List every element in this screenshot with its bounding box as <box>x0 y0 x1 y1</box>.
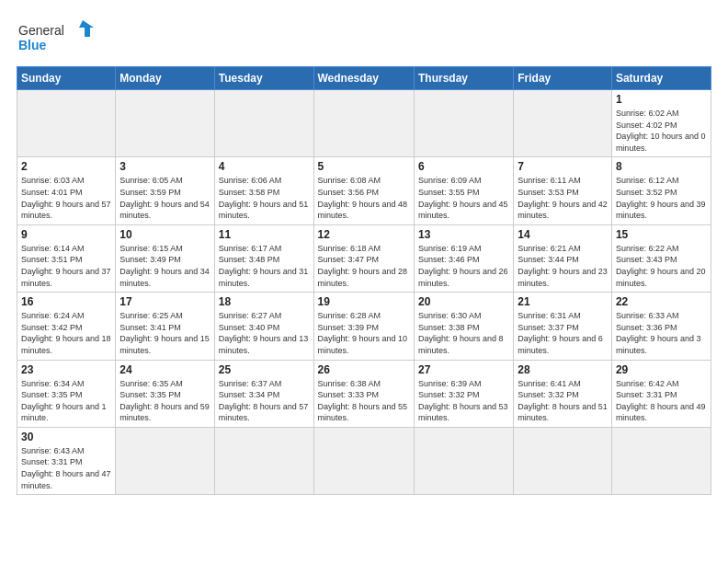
day-number: 8 <box>616 160 707 173</box>
svg-text:Blue: Blue <box>18 38 47 52</box>
weekday-header-sunday: Sunday <box>17 67 116 90</box>
weekday-header-saturday: Saturday <box>611 67 711 90</box>
day-number: 12 <box>318 228 410 241</box>
day-info: Sunrise: 6:24 AM Sunset: 3:42 PM Dayligh… <box>21 310 111 356</box>
day-number: 18 <box>219 295 310 308</box>
day-cell: 14Sunrise: 6:21 AM Sunset: 3:44 PM Dayli… <box>514 224 612 292</box>
day-info: Sunrise: 6:30 AM Sunset: 3:38 PM Dayligh… <box>418 310 509 356</box>
day-cell: 30Sunrise: 6:43 AM Sunset: 3:31 PM Dayli… <box>17 427 116 494</box>
day-cell: 13Sunrise: 6:19 AM Sunset: 3:46 PM Dayli… <box>414 224 513 292</box>
day-cell: 3Sunrise: 6:05 AM Sunset: 3:59 PM Daylig… <box>116 157 214 224</box>
day-cell: 17Sunrise: 6:25 AM Sunset: 3:41 PM Dayli… <box>116 293 214 360</box>
day-number: 15 <box>616 228 707 241</box>
day-number: 28 <box>518 363 608 376</box>
day-number: 29 <box>616 363 707 376</box>
day-info: Sunrise: 6:18 AM Sunset: 3:47 PM Dayligh… <box>318 243 410 289</box>
day-cell <box>116 90 214 157</box>
day-number: 16 <box>21 295 111 308</box>
day-info: Sunrise: 6:37 AM Sunset: 3:34 PM Dayligh… <box>219 378 310 424</box>
page: General Blue SundayMondayTuesdayWednesda… <box>0 0 728 563</box>
day-info: Sunrise: 6:15 AM Sunset: 3:49 PM Dayligh… <box>119 243 210 289</box>
day-number: 22 <box>616 295 707 308</box>
day-info: Sunrise: 6:03 AM Sunset: 4:01 PM Dayligh… <box>21 175 111 221</box>
day-cell: 10Sunrise: 6:15 AM Sunset: 3:49 PM Dayli… <box>116 224 214 292</box>
day-cell: 5Sunrise: 6:08 AM Sunset: 3:56 PM Daylig… <box>313 157 414 224</box>
day-cell: 24Sunrise: 6:35 AM Sunset: 3:35 PM Dayli… <box>116 360 214 427</box>
weekday-header-wednesday: Wednesday <box>313 67 414 90</box>
day-info: Sunrise: 6:34 AM Sunset: 3:35 PM Dayligh… <box>21 378 111 424</box>
day-cell: 27Sunrise: 6:39 AM Sunset: 3:32 PM Dayli… <box>414 360 513 427</box>
svg-marker-2 <box>79 20 94 37</box>
day-number: 7 <box>518 160 608 173</box>
day-cell: 23Sunrise: 6:34 AM Sunset: 3:35 PM Dayli… <box>17 360 116 427</box>
day-info: Sunrise: 6:22 AM Sunset: 3:43 PM Dayligh… <box>616 243 707 289</box>
day-number: 10 <box>119 228 210 241</box>
day-number: 25 <box>219 363 310 376</box>
day-cell: 15Sunrise: 6:22 AM Sunset: 3:43 PM Dayli… <box>611 224 711 292</box>
day-number: 1 <box>616 93 707 106</box>
weekday-header-tuesday: Tuesday <box>214 67 313 90</box>
day-number: 4 <box>219 160 310 173</box>
day-cell: 16Sunrise: 6:24 AM Sunset: 3:42 PM Dayli… <box>17 293 116 360</box>
day-cell: 28Sunrise: 6:41 AM Sunset: 3:32 PM Dayli… <box>514 360 612 427</box>
day-info: Sunrise: 6:42 AM Sunset: 3:31 PM Dayligh… <box>616 378 707 424</box>
day-number: 24 <box>119 363 210 376</box>
day-info: Sunrise: 6:14 AM Sunset: 3:51 PM Dayligh… <box>21 243 111 289</box>
day-info: Sunrise: 6:11 AM Sunset: 3:53 PM Dayligh… <box>518 175 608 221</box>
day-cell: 20Sunrise: 6:30 AM Sunset: 3:38 PM Dayli… <box>414 293 513 360</box>
day-cell: 21Sunrise: 6:31 AM Sunset: 3:37 PM Dayli… <box>514 293 612 360</box>
day-cell: 8Sunrise: 6:12 AM Sunset: 3:52 PM Daylig… <box>611 157 711 224</box>
day-info: Sunrise: 6:38 AM Sunset: 3:33 PM Dayligh… <box>318 378 410 424</box>
weekday-header-thursday: Thursday <box>414 67 513 90</box>
week-row-1: 1Sunrise: 6:02 AM Sunset: 4:02 PM Daylig… <box>17 90 711 157</box>
day-cell <box>116 427 214 494</box>
weekday-header-monday: Monday <box>116 67 214 90</box>
day-cell: 19Sunrise: 6:28 AM Sunset: 3:39 PM Dayli… <box>313 293 414 360</box>
day-number: 20 <box>418 295 509 308</box>
day-info: Sunrise: 6:17 AM Sunset: 3:48 PM Dayligh… <box>219 243 310 289</box>
day-number: 21 <box>518 295 608 308</box>
day-number: 11 <box>219 228 310 241</box>
day-cell: 1Sunrise: 6:02 AM Sunset: 4:02 PM Daylig… <box>611 90 711 157</box>
day-cell: 18Sunrise: 6:27 AM Sunset: 3:40 PM Dayli… <box>214 293 313 360</box>
day-number: 5 <box>318 160 410 173</box>
day-number: 17 <box>119 295 210 308</box>
day-number: 27 <box>418 363 509 376</box>
day-info: Sunrise: 6:33 AM Sunset: 3:36 PM Dayligh… <box>616 310 707 356</box>
day-cell <box>514 90 612 157</box>
week-row-3: 9Sunrise: 6:14 AM Sunset: 3:51 PM Daylig… <box>17 224 711 292</box>
logo-svg: General Blue <box>17 17 99 57</box>
day-cell: 25Sunrise: 6:37 AM Sunset: 3:34 PM Dayli… <box>214 360 313 427</box>
header: General Blue <box>17 17 711 57</box>
day-number: 30 <box>21 431 111 443</box>
day-number: 14 <box>518 228 608 241</box>
day-info: Sunrise: 6:21 AM Sunset: 3:44 PM Dayligh… <box>518 243 608 289</box>
day-number: 9 <box>21 228 111 241</box>
day-cell <box>414 427 513 494</box>
day-info: Sunrise: 6:41 AM Sunset: 3:32 PM Dayligh… <box>518 378 608 424</box>
day-cell: 9Sunrise: 6:14 AM Sunset: 3:51 PM Daylig… <box>17 224 116 292</box>
day-cell: 26Sunrise: 6:38 AM Sunset: 3:33 PM Dayli… <box>313 360 414 427</box>
day-cell <box>313 427 414 494</box>
day-info: Sunrise: 6:08 AM Sunset: 3:56 PM Dayligh… <box>318 175 410 221</box>
day-info: Sunrise: 6:35 AM Sunset: 3:35 PM Dayligh… <box>119 378 210 424</box>
day-cell <box>313 90 414 157</box>
day-cell <box>514 427 612 494</box>
day-info: Sunrise: 6:19 AM Sunset: 3:46 PM Dayligh… <box>418 243 509 289</box>
day-info: Sunrise: 6:39 AM Sunset: 3:32 PM Dayligh… <box>418 378 509 424</box>
day-info: Sunrise: 6:27 AM Sunset: 3:40 PM Dayligh… <box>219 310 310 356</box>
svg-text:General: General <box>18 23 64 38</box>
day-cell: 12Sunrise: 6:18 AM Sunset: 3:47 PM Dayli… <box>313 224 414 292</box>
day-cell <box>214 427 313 494</box>
day-number: 6 <box>418 160 509 173</box>
day-cell <box>17 90 116 157</box>
day-cell: 7Sunrise: 6:11 AM Sunset: 3:53 PM Daylig… <box>514 157 612 224</box>
week-row-6: 30Sunrise: 6:43 AM Sunset: 3:31 PM Dayli… <box>17 427 711 494</box>
day-number: 26 <box>318 363 410 376</box>
day-number: 19 <box>318 295 410 308</box>
day-cell: 22Sunrise: 6:33 AM Sunset: 3:36 PM Dayli… <box>611 293 711 360</box>
day-cell <box>414 90 513 157</box>
day-info: Sunrise: 6:02 AM Sunset: 4:02 PM Dayligh… <box>616 108 707 154</box>
day-info: Sunrise: 6:06 AM Sunset: 3:58 PM Dayligh… <box>219 175 310 221</box>
day-number: 23 <box>21 363 111 376</box>
